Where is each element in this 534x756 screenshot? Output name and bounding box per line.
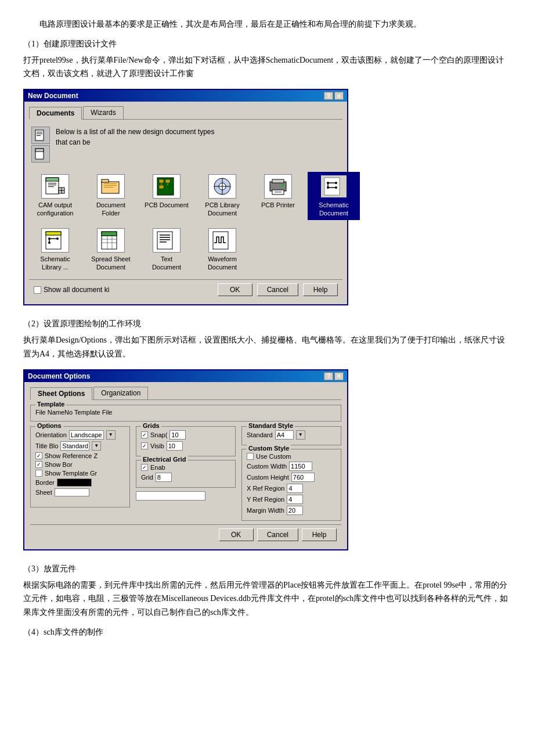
visib-input[interactable] <box>167 441 183 451</box>
svg-rect-9 <box>48 185 56 185</box>
show-ref-checkbox[interactable]: ✓ <box>35 452 42 459</box>
svg-rect-1 <box>37 132 42 132</box>
icon-spread-sheet[interactable]: Spread SheetDocument <box>85 226 137 274</box>
icon-spread-sheet-label: Spread SheetDocument <box>91 255 130 272</box>
svg-point-41 <box>327 186 329 189</box>
svg-point-34 <box>282 184 284 186</box>
svg-rect-18 <box>104 187 113 188</box>
icon-text-doc-label: TextDocument <box>152 255 181 272</box>
svg-rect-15 <box>102 179 109 182</box>
grid-row: Grid <box>141 473 230 482</box>
standard-dropdown[interactable]: ▼ <box>296 430 305 440</box>
icon-cam-output[interactable]: CAM outputconfiguration <box>29 172 81 220</box>
standard-input[interactable] <box>275 430 294 440</box>
icon-schematic-document[interactable]: SchematicDocument <box>308 172 360 220</box>
tab-organization[interactable]: Organization <box>93 387 148 399</box>
orientation-input[interactable] <box>69 430 104 440</box>
ok-button[interactable]: OK <box>218 283 252 296</box>
show-border-checkbox[interactable]: ✓ <box>35 461 42 468</box>
y-ref-input[interactable] <box>287 495 303 504</box>
svg-rect-10 <box>48 186 54 187</box>
sheet-color[interactable] <box>55 488 89 496</box>
icon-pcb-printer[interactable]: PCB Printer <box>252 172 304 220</box>
svg-rect-57 <box>157 232 172 249</box>
titlebar-buttons: ? × <box>324 92 344 100</box>
snap-input[interactable] <box>169 430 186 440</box>
doc-options-ok-btn[interactable]: OK <box>219 528 254 541</box>
icon-pcb-document[interactable]: PCB Document <box>140 172 193 220</box>
border-color[interactable] <box>57 478 92 487</box>
doc-options-close-btn[interactable]: × <box>334 372 344 380</box>
close-button[interactable]: × <box>334 92 344 100</box>
icon-folder-label: DocumentFolder <box>96 201 125 218</box>
snap-checkbox[interactable]: ✓ <box>141 431 148 438</box>
custom-width-label: Custom Width <box>247 463 287 470</box>
title-block-label: Title Blo <box>35 442 58 449</box>
custom-height-input[interactable] <box>291 473 315 482</box>
standard-row: Standard ▼ <box>247 430 336 440</box>
doc-options-help-btn[interactable]: Help <box>302 528 337 541</box>
icon-document-folder[interactable]: DocumentFolder <box>85 172 137 220</box>
margin-row: Margin Width <box>247 506 336 515</box>
custom-col: Standard Style Standard ▼ Custom Style U… <box>241 426 341 524</box>
icon-pcb-library[interactable]: PCB LibraryDocument <box>196 172 248 220</box>
svg-rect-60 <box>160 239 170 240</box>
question-button[interactable]: ? <box>324 92 333 100</box>
range-area: range System Fo <box>136 491 236 501</box>
show-all-checkbox[interactable] <box>34 286 41 294</box>
doc-options-footer: OK Cancel Help <box>30 524 341 545</box>
svg-rect-17 <box>104 185 117 186</box>
tab-sheet-options[interactable]: Sheet Options <box>30 387 92 400</box>
tab-bar: Documents Wizards <box>29 106 342 120</box>
visib-checkbox[interactable]: ✓ <box>141 442 148 449</box>
grids-col: Grids ✓ Snap( ✓ Visib Electrical Grid <box>136 426 236 524</box>
icon-cam-label: CAM outputconfiguration <box>37 201 74 218</box>
range-input[interactable]: range System Fo <box>136 491 205 501</box>
custom-width-input[interactable] <box>289 462 312 471</box>
electrical-grid-section: Electrical Grid ✓ Enab Grid <box>136 460 236 488</box>
step2-title: （2）设置原理图绘制的工作环境 <box>23 317 511 331</box>
dialog-titlebar: New Document ? × <box>24 90 347 102</box>
use-custom-checkbox[interactable] <box>247 453 254 460</box>
icon-schematic-library[interactable]: SchematicLibrary ... <box>29 226 81 274</box>
enable-checkbox[interactable]: ✓ <box>141 464 148 471</box>
icon-waveform-document[interactable]: WaveformDocument <box>196 226 248 274</box>
enable-label: Enab <box>150 464 165 471</box>
show-template-checkbox[interactable] <box>35 470 42 477</box>
checkbox-area: Show all document ki <box>34 286 213 294</box>
margin-input[interactable] <box>287 506 303 515</box>
custom-height-label: Custom Height <box>247 474 289 481</box>
doc-options-question-btn[interactable]: ? <box>324 372 333 380</box>
show-border-label: Show Bor <box>45 461 73 468</box>
svg-rect-2 <box>37 134 42 134</box>
step1-desc: 打开pretel99se，执行菜单File/New命令，弹出如下对话框，从中选择… <box>23 53 511 81</box>
tab-wizards[interactable]: Wizards <box>83 106 123 119</box>
icon-text-document[interactable]: TextDocument <box>140 226 193 274</box>
x-ref-input[interactable] <box>287 484 303 493</box>
svg-rect-30 <box>272 179 284 183</box>
title-block-dropdown[interactable]: ▼ <box>92 441 101 451</box>
svg-rect-62 <box>213 232 228 249</box>
tab-documents[interactable]: Documents <box>29 107 82 120</box>
icons-grid-row1: CAM outputconfiguration DocumentFolder P… <box>29 172 342 220</box>
standard-style-label: Standard Style <box>247 422 295 429</box>
show-ref-row: ✓ Show Reference Z <box>35 452 125 459</box>
svg-rect-33 <box>275 192 282 193</box>
grid-input[interactable] <box>156 473 172 482</box>
title-block-row: Title Blo ▼ <box>35 441 125 451</box>
svg-point-40 <box>335 182 337 184</box>
custom-height-row: Custom Height <box>247 473 336 482</box>
x-ref-label: X Ref Region <box>247 485 284 492</box>
doc-options-cancel-btn[interactable]: Cancel <box>257 528 298 541</box>
title-block-input[interactable] <box>60 441 89 451</box>
cancel-button[interactable]: Cancel <box>257 283 298 296</box>
sheet-row: Sheet <box>35 488 125 496</box>
standard-style-section: Standard Style Standard ▼ <box>241 426 341 445</box>
icon-pcb-printer-label: PCB Printer <box>261 201 295 209</box>
options-col: Options Orientation ▼ Title Blo ▼ ✓ Show… <box>30 426 130 524</box>
svg-rect-5 <box>35 149 44 152</box>
svg-rect-22 <box>159 185 164 189</box>
orientation-dropdown[interactable]: ▼ <box>106 430 116 440</box>
filename-row: File NameNo Template File <box>35 409 336 416</box>
help-button[interactable]: Help <box>303 283 338 296</box>
